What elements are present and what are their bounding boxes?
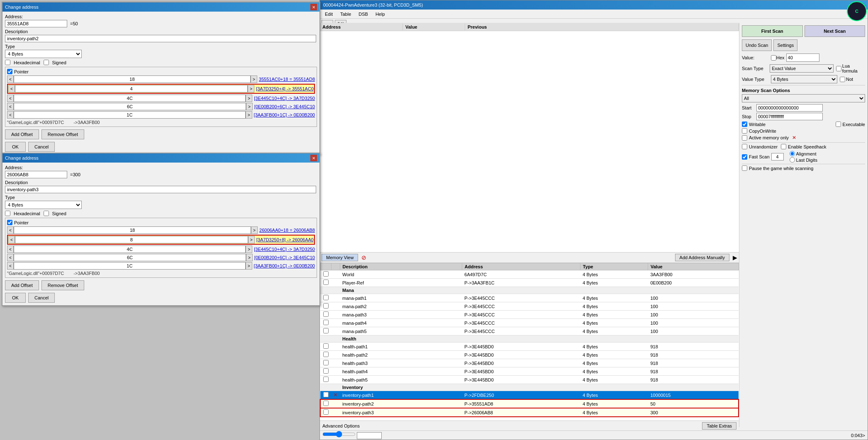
row-checkbox[interactable]: [323, 295, 329, 300]
pause-game-check[interactable]: [742, 165, 747, 171]
row-checkbox[interactable]: [323, 328, 329, 333]
alignment-radio[interactable]: [790, 151, 795, 156]
offset-result-2-2[interactable]: [3E445C10+4C] -> 3A7D3250: [254, 247, 315, 252]
type-select-2[interactable]: 4 Bytes: [5, 201, 82, 209]
memory-view-close-icon[interactable]: ⊘: [361, 254, 366, 261]
offset-result-1-3[interactable]: [0E00B200+6C] -> 3E445C10: [254, 104, 315, 109]
type-select-1[interactable]: 4 Bytes: [5, 50, 82, 58]
row-checkbox[interactable]: [323, 377, 329, 382]
window-1-close[interactable]: ✕: [310, 4, 317, 10]
menu-edit[interactable]: Edit: [322, 11, 336, 17]
offset-right-btn-2-4[interactable]: >: [246, 262, 252, 270]
scroll-slider[interactable]: [322, 431, 356, 437]
table-row[interactable]: inventory-path3 P->26006AB8 4 Bytes 300: [320, 408, 739, 417]
pointer-check-2[interactable]: [7, 220, 12, 225]
row-checkbox[interactable]: [323, 320, 329, 325]
menu-dsb[interactable]: DSB: [355, 11, 371, 17]
value-input[interactable]: [786, 53, 819, 62]
row-checkbox[interactable]: [323, 401, 329, 406]
desc-input-2[interactable]: [5, 186, 316, 193]
offset-left-btn-1-2[interactable]: <: [7, 95, 14, 102]
unrandomizer-check[interactable]: [742, 144, 747, 149]
table-row[interactable]: mana-path1 P->3E445CCC 4 Bytes 100: [320, 294, 739, 302]
row-checkbox[interactable]: [323, 392, 329, 397]
expand-icon[interactable]: ▶: [733, 254, 737, 261]
menu-table[interactable]: Table: [337, 11, 354, 17]
address-input-1[interactable]: [5, 20, 67, 27]
table-row[interactable]: health-path3 P->3E445BD0 4 Bytes 918: [320, 359, 739, 367]
memory-filter-select[interactable]: All: [742, 94, 865, 102]
clear-active-icon[interactable]: ✕: [792, 135, 796, 141]
offset-right-btn-1-4[interactable]: >: [246, 111, 252, 119]
table-row[interactable]: World 6A497D7C 4 Bytes 3AA3FB00: [320, 270, 739, 279]
writable-check[interactable]: [742, 122, 747, 127]
remove-offset-btn-1[interactable]: Remove Offset: [41, 129, 84, 139]
table-row[interactable]: inventory-path2 P->35551AD8 4 Bytes 50: [320, 399, 739, 408]
offset-input-2-2[interactable]: [14, 246, 246, 253]
offset-left-btn-2-4[interactable]: <: [7, 262, 14, 270]
menu-help[interactable]: Help: [372, 11, 388, 17]
add-offset-btn-2[interactable]: Add Offset: [5, 280, 39, 290]
cancel-btn-2[interactable]: Cancel: [28, 293, 55, 303]
executable-check[interactable]: [836, 122, 841, 127]
table-extras-btn[interactable]: Table Extras: [702, 422, 736, 430]
offset-input-1-2[interactable]: [14, 95, 246, 102]
offset-right-btn-1-0[interactable]: >: [251, 75, 257, 83]
row-checkbox[interactable]: [323, 303, 329, 309]
offset-input-1-1[interactable]: [15, 85, 248, 92]
offset-right-btn-2-0[interactable]: >: [251, 226, 258, 234]
offset-left-btn-2-0[interactable]: <: [7, 226, 14, 234]
next-scan-btn[interactable]: Next Scan: [805, 25, 866, 37]
row-checkbox[interactable]: [323, 360, 329, 365]
not-check[interactable]: [840, 77, 845, 82]
row-checkbox[interactable]: [323, 409, 329, 415]
table-row[interactable]: health-path2 P->3E445BD0 4 Bytes 918: [320, 351, 739, 359]
offset-left-btn-2-1[interactable]: <: [8, 236, 15, 243]
offset-right-btn-1-2[interactable]: >: [246, 95, 252, 102]
hex-check[interactable]: [771, 55, 776, 61]
offset-left-btn-1-0[interactable]: <: [7, 75, 14, 83]
start-input[interactable]: [756, 104, 823, 112]
undo-scan-btn[interactable]: Undo Scan: [742, 39, 772, 51]
lua-check[interactable]: [836, 66, 841, 71]
addr-jump-input[interactable]: [357, 432, 382, 439]
offset-input-2-0[interactable]: [14, 226, 251, 234]
row-checkbox[interactable]: [323, 368, 329, 374]
offset-result-1-4[interactable]: [3AA3FB00+1C] -> 0E00B200: [254, 112, 315, 117]
table-row[interactable]: Player-Ref P->3AA3FB1C 4 Bytes 0E00B200: [320, 279, 739, 287]
window-2-close[interactable]: ✕: [310, 155, 317, 161]
table-row[interactable]: ✕ inventory-path1 P->2FDBE250 4 Bytes 10…: [320, 391, 739, 400]
cancel-btn-1[interactable]: Cancel: [28, 142, 55, 152]
offset-left-btn-2-3[interactable]: <: [7, 254, 14, 261]
offset-right-btn-1-1[interactable]: >: [248, 85, 254, 92]
settings-btn[interactable]: Settings: [773, 39, 797, 51]
offset-left-btn-2-2[interactable]: <: [7, 246, 14, 253]
table-row[interactable]: health-path1 P->3E445BD0 4 Bytes 918: [320, 343, 739, 351]
offset-result-1-1[interactable]: [3A7D3250+4] -> 35551AC0: [256, 86, 314, 91]
offset-input-1-3[interactable]: [14, 103, 246, 110]
ok-btn-2[interactable]: OK: [5, 293, 26, 303]
row-checkbox[interactable]: [323, 280, 329, 285]
signed-check-1[interactable]: [44, 60, 49, 65]
pointer-check-1[interactable]: [7, 69, 12, 74]
hexadecimal-check-2[interactable]: [5, 211, 10, 216]
table-row[interactable]: mana-path5 P->3E445CCC 4 Bytes 100: [320, 327, 739, 335]
speedhack-check[interactable]: [781, 144, 786, 149]
last-digits-radio[interactable]: [790, 157, 795, 163]
table-row[interactable]: health-path4 P->3E445BD0 4 Bytes 918: [320, 367, 739, 376]
row-checkbox[interactable]: [323, 311, 329, 317]
offset-right-btn-1-3[interactable]: >: [246, 103, 253, 110]
offset-result-2-0[interactable]: 26006AA0+18 = 26006AB8: [259, 228, 315, 233]
offset-left-btn-1-1[interactable]: <: [8, 85, 15, 92]
row-checkbox[interactable]: [323, 343, 329, 349]
table-row[interactable]: health-path5 P->3E445BD0 4 Bytes 918: [320, 376, 739, 384]
offset-right-btn-2-1[interactable]: >: [248, 236, 255, 243]
value-type-select[interactable]: 4 Bytes Byte 2 Bytes 8 Bytes Float Doubl…: [771, 75, 837, 83]
table-row[interactable]: mana-path4 P->3E445CCC 4 Bytes 100: [320, 319, 739, 327]
table-row[interactable]: mana-path3 P->3E445CCC 4 Bytes 100: [320, 311, 739, 319]
desc-input-1[interactable]: [5, 35, 316, 42]
hexadecimal-check-1[interactable]: [5, 60, 10, 65]
remove-offset-btn-2[interactable]: Remove Offset: [41, 280, 84, 290]
copy-on-write-check[interactable]: [742, 128, 747, 134]
offset-result-2-4[interactable]: [3AA3FB00+1C] -> 0E00B200: [254, 263, 315, 268]
